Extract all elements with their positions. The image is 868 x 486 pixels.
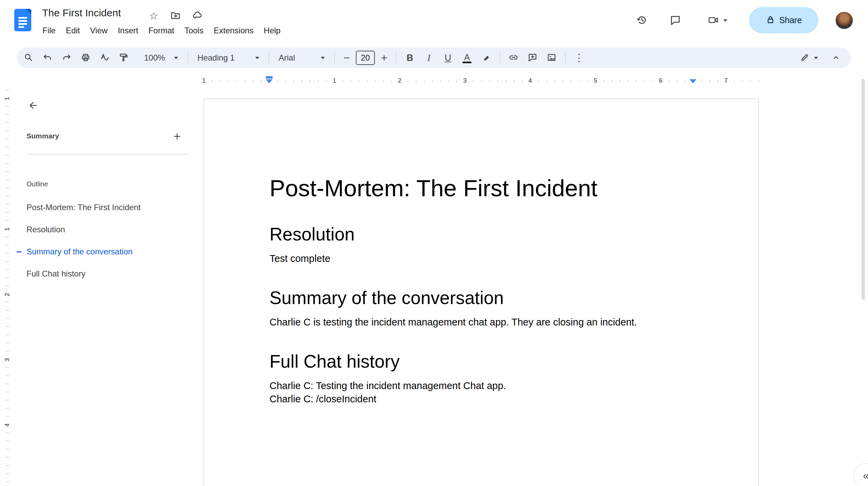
highlighter-icon <box>481 52 491 64</box>
zoom-select[interactable]: 100% <box>139 49 184 67</box>
menu-item-help[interactable]: Help <box>259 23 285 38</box>
ruler-number: 6 <box>659 77 663 84</box>
italic-icon: I <box>428 53 431 63</box>
doc-paragraph[interactable]: Charlie C: /closeIncident <box>270 392 693 406</box>
link-icon <box>508 52 519 64</box>
bold-button[interactable]: B <box>400 49 419 67</box>
redo-icon <box>62 52 72 64</box>
doc-paragraph[interactable]: Charlie C: Testing the incident manageme… <box>270 379 693 392</box>
cloud-saved-icon-button[interactable] <box>190 9 205 22</box>
font-size-input[interactable]: 20 <box>356 51 375 65</box>
star-button[interactable]: ☆ <box>147 9 160 22</box>
vertical-scrollbar[interactable] <box>862 79 865 300</box>
folder-move-icon <box>170 10 181 22</box>
doc-paragraph[interactable]: Test complete <box>270 252 693 265</box>
insert-link-button[interactable] <box>504 49 523 67</box>
current-section-dash <box>17 251 21 252</box>
add-summary-button[interactable] <box>168 128 186 146</box>
editing-mode-button[interactable] <box>791 49 827 67</box>
hide-menus-button[interactable] <box>827 49 846 67</box>
ruler-number: 1 <box>333 77 336 84</box>
star-icon: ☆ <box>149 10 158 22</box>
paragraph-style-value: Heading 1 <box>197 53 235 63</box>
undo-button[interactable] <box>38 49 57 67</box>
menu-item-insert[interactable]: Insert <box>113 23 143 38</box>
paint-format-button[interactable] <box>114 49 133 67</box>
minus-icon: − <box>344 52 350 63</box>
paragraph-style-select[interactable]: Heading 1 <box>192 49 265 67</box>
cloud-check-icon <box>192 10 203 22</box>
outline-item-resolution[interactable]: Resolution <box>27 219 183 240</box>
outline-item-post-mortem[interactable]: Post-Mortem: The First Incident <box>27 197 183 218</box>
first-line-indent-marker[interactable] <box>266 76 273 79</box>
account-avatar[interactable] <box>835 12 853 29</box>
side-panel-expand-button[interactable]: « <box>854 463 868 486</box>
spellcheck-icon <box>100 52 110 64</box>
horizontal-ruler[interactable]: 1 1 2 3 4 5 6 7 <box>204 76 759 86</box>
bold-icon: B <box>406 53 413 63</box>
redo-button[interactable] <box>57 49 76 67</box>
zoom-caret-icon <box>174 57 178 59</box>
italic-button[interactable]: I <box>419 49 438 67</box>
outline-item-summary-of-conversation[interactable]: Summary of the conversation <box>27 241 183 263</box>
doc-heading[interactable]: Summary of the conversation <box>270 287 693 309</box>
lock-icon <box>766 15 775 26</box>
doc-heading[interactable]: Full Chat history <box>270 351 693 372</box>
doc-paragraph[interactable]: Charlie C is testing the incident manage… <box>270 316 693 329</box>
menu-item-format[interactable]: Format <box>143 23 179 38</box>
menu-item-tools[interactable]: Tools <box>179 23 209 38</box>
ruler-number: 4 <box>3 421 11 429</box>
open-comments-button[interactable] <box>665 10 685 31</box>
menu-item-view[interactable]: View <box>85 23 113 38</box>
doc-title-text[interactable]: Post-Mortem: The First Incident <box>270 175 693 202</box>
doc-heading[interactable]: Resolution <box>270 223 693 245</box>
more-options-button[interactable]: ⋮ <box>570 49 589 67</box>
increase-font-size-button[interactable]: + <box>376 49 392 67</box>
left-indent-marker[interactable] <box>266 79 273 83</box>
join-call-button[interactable] <box>699 10 736 31</box>
arrow-left-icon <box>28 100 39 112</box>
paint-roller-icon <box>119 52 129 64</box>
close-outline-button[interactable] <box>22 95 44 117</box>
outline-item-full-chat-history[interactable]: Full Chat history <box>27 263 183 285</box>
comment-add-icon <box>527 52 538 64</box>
outline-item-label: Summary of the conversation <box>27 247 133 256</box>
print-button[interactable] <box>76 49 95 67</box>
decrease-font-size-button[interactable]: − <box>339 49 354 67</box>
zoom-value: 100% <box>144 53 165 63</box>
right-indent-marker[interactable] <box>690 79 696 83</box>
outline-item-label: Resolution <box>27 225 65 234</box>
ruler-number: 1 <box>3 95 11 103</box>
font-caret-icon <box>321 57 325 59</box>
chevron-up-icon <box>831 52 841 64</box>
font-family-value: Arial <box>279 53 295 63</box>
add-comment-button[interactable] <box>523 49 542 67</box>
toolbar: 100% Heading 1 Arial − 20 + B I U <box>17 48 851 68</box>
document-title-input[interactable]: The First Incident <box>42 5 121 20</box>
style-caret-icon <box>255 57 259 59</box>
text-color-button[interactable]: A <box>457 49 476 67</box>
move-to-folder-button[interactable] <box>169 9 182 22</box>
docs-logo-icon[interactable] <box>14 9 31 31</box>
menu-item-edit[interactable]: Edit <box>61 23 85 38</box>
video-dropdown-caret-icon <box>723 19 727 22</box>
menu-item-file[interactable]: File <box>37 23 61 38</box>
highlight-color-button[interactable] <box>476 49 496 67</box>
ruler-number: 3 <box>3 356 11 364</box>
outline-item-label: Full Chat history <box>27 269 85 279</box>
document-page[interactable]: Post-Mortem: The First Incident Resoluti… <box>204 99 759 486</box>
underline-button[interactable]: U <box>438 49 457 67</box>
search-menus-button[interactable] <box>19 49 38 67</box>
share-button[interactable]: Share <box>749 7 818 33</box>
version-history-button[interactable] <box>631 10 652 31</box>
spellcheck-button[interactable] <box>95 49 114 67</box>
mode-caret-icon <box>814 57 818 59</box>
text-color-icon: A <box>463 53 471 63</box>
ruler-number: 7 <box>724 77 728 84</box>
font-family-select[interactable]: Arial <box>273 49 330 67</box>
summary-divider <box>27 154 190 154</box>
insert-image-button[interactable] <box>542 49 561 67</box>
ruler-number: 3 <box>463 77 467 84</box>
comment-bubble-icon <box>670 14 681 27</box>
menu-item-extensions[interactable]: Extensions <box>209 23 259 38</box>
